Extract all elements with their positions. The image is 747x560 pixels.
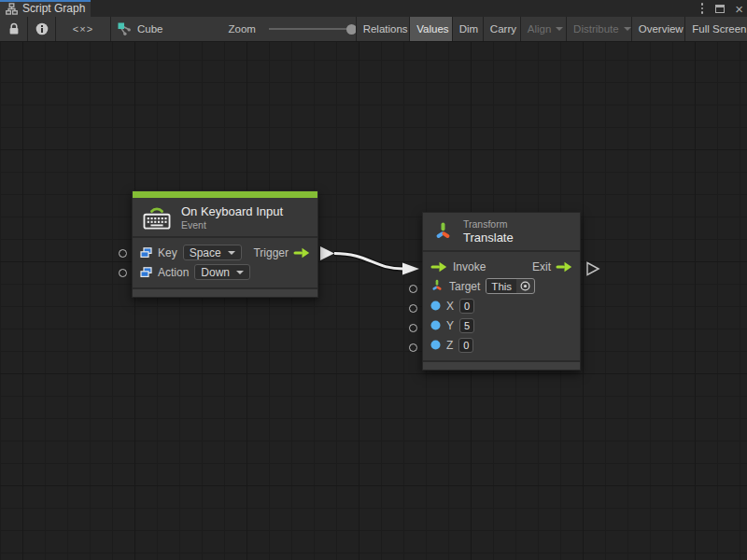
translate-node-title: Translate: [463, 231, 514, 245]
port-target-input[interactable]: [409, 285, 417, 293]
relations-button[interactable]: Relations: [357, 17, 410, 41]
close-icon[interactable]: ×: [735, 2, 743, 16]
node-footer: [423, 360, 580, 370]
window-menu-icon[interactable]: [699, 1, 706, 16]
target-row: Target This: [423, 276, 580, 296]
transform-icon: [433, 221, 453, 243]
keyboard-icon: [142, 204, 172, 231]
port-key-input[interactable]: [119, 249, 127, 258]
tab-script-graph[interactable]: Script Graph: [0, 0, 91, 17]
wire-end-arrow: [402, 263, 419, 275]
code-icon: <×>: [73, 23, 93, 35]
translate-node[interactable]: Transform Translate Invoke Exit: [422, 212, 581, 371]
graph-asset-icon: [118, 22, 132, 36]
exit-label: Exit: [532, 260, 551, 273]
port-action-input[interactable]: [119, 269, 127, 277]
carry-button[interactable]: Carry: [484, 17, 520, 41]
tab-title: Script Graph: [22, 2, 85, 15]
chevron-down-icon: [228, 251, 235, 255]
event-node-header: On Keyboard Input Event: [133, 198, 317, 238]
action-dropdown[interactable]: Down: [194, 264, 250, 280]
target-object-button[interactable]: This: [486, 278, 535, 294]
full-screen-button[interactable]: Full Screen: [685, 17, 747, 41]
z-label: Z: [446, 339, 453, 352]
value-port-dot: [430, 320, 441, 330]
node-category: Transform: [463, 218, 514, 230]
lock-icon: [8, 22, 20, 35]
y-label: Y: [446, 319, 454, 332]
zoom-slider[interactable]: [269, 28, 355, 30]
graph-canvas[interactable]: On Keyboard Input Event Key Space Trigge…: [0, 42, 747, 560]
exit-unconnected-arrow: [587, 263, 599, 275]
chevron-down-icon: [624, 27, 631, 31]
event-accent-bar: [133, 191, 317, 198]
y-row: Y 5: [423, 315, 580, 335]
distribute-button[interactable]: Distribute: [567, 17, 631, 41]
chevron-down-icon: [236, 271, 244, 274]
value-port-dot: [430, 301, 441, 311]
lock-button[interactable]: [0, 17, 27, 41]
port-y-input[interactable]: [409, 324, 417, 332]
trigger-output-port[interactable]: [293, 247, 310, 259]
graph-hierarchy-icon: [6, 3, 18, 15]
z-value-field[interactable]: 0: [458, 338, 473, 353]
z-row: Z 0: [423, 335, 580, 355]
key-dropdown[interactable]: Space: [183, 245, 242, 260]
edit-source-button[interactable]: <×>: [56, 17, 110, 41]
enum-icon: [140, 247, 152, 259]
value-port-dot: [430, 340, 441, 350]
translate-node-header: Transform Translate: [423, 213, 580, 252]
target-label: Target: [449, 280, 480, 293]
x-row: X 0: [423, 296, 580, 315]
graph-toolbar: <×> Cube Zoom 1x Relations Values Dim Ca…: [0, 17, 747, 42]
object-picker-icon[interactable]: [516, 281, 534, 291]
invoke-row: Invoke Exit: [423, 257, 580, 276]
chevron-down-icon: [556, 27, 563, 31]
exit-output-port[interactable]: [556, 261, 572, 273]
dim-button[interactable]: Dim: [453, 17, 483, 41]
action-label: Action: [158, 266, 189, 279]
transform-mini-icon: [430, 279, 444, 293]
x-value-field[interactable]: 0: [459, 299, 474, 314]
port-z-input[interactable]: [409, 343, 417, 352]
script-graph-window: Script Graph × <×> Cube Zoom: [0, 0, 747, 560]
overview-button[interactable]: Overview: [632, 17, 685, 41]
y-value-field[interactable]: 5: [459, 318, 474, 333]
event-node-subtitle: Event: [181, 219, 283, 231]
tab-bar: Script Graph ×: [0, 0, 747, 17]
port-x-input[interactable]: [409, 304, 417, 313]
zoom-slider-knob[interactable]: [346, 24, 356, 35]
toolbar-context-segment: Cube Zoom 1x: [111, 17, 356, 41]
align-button[interactable]: Align: [521, 17, 566, 41]
info-icon: [35, 22, 49, 35]
key-label: Key: [158, 246, 177, 259]
trigger-label: Trigger: [253, 246, 289, 259]
connection-wire: [0, 42, 747, 560]
action-row: Action Down: [133, 262, 317, 282]
maximize-icon[interactable]: [715, 5, 725, 13]
zoom-label: Zoom: [229, 23, 256, 35]
key-row: Key Space Trigger: [133, 243, 317, 262]
info-button[interactable]: [28, 17, 55, 41]
node-footer: [133, 287, 317, 297]
values-button[interactable]: Values: [410, 17, 451, 41]
x-label: X: [446, 300, 454, 313]
target-object-name: Cube: [137, 23, 163, 35]
invoke-label: Invoke: [453, 260, 486, 273]
focused-tab-indicator: [0, 0, 91, 2]
wire-start-arrow: [320, 246, 334, 260]
event-node[interactable]: On Keyboard Input Event Key Space Trigge…: [132, 190, 318, 298]
enum-icon: [140, 267, 152, 278]
invoke-input-port[interactable]: [430, 261, 447, 273]
event-node-title: On Keyboard Input: [181, 204, 283, 218]
